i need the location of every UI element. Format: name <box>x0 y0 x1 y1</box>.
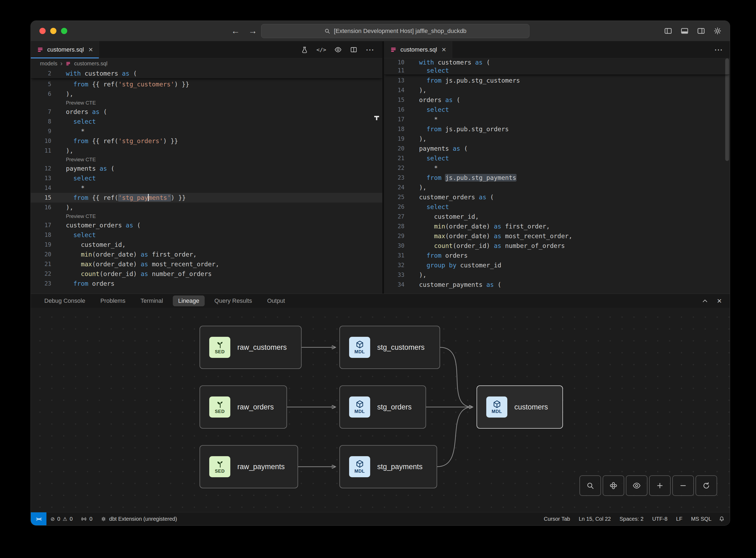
code-line[interactable]: 15orders as ( <box>384 95 730 105</box>
code-line[interactable]: 13 select <box>31 173 382 183</box>
code-line[interactable]: 21 max(order_date) as most_recent_order, <box>31 259 382 269</box>
code-line[interactable]: 20payments as ( <box>384 144 730 153</box>
maximize-panel-button[interactable] <box>701 297 709 305</box>
code-line[interactable]: 24), <box>384 183 730 192</box>
panel-tab-terminal[interactable]: Terminal <box>135 296 168 306</box>
panel-tab-lineage[interactable]: Lineage <box>173 296 205 306</box>
lineage-canvas[interactable]: SEDraw_customersMDLstg_customersSEDraw_o… <box>31 308 730 512</box>
close-window-button[interactable] <box>40 28 46 34</box>
dbt-extension-status[interactable]: dbt Extension (unregistered) <box>96 512 181 525</box>
command-center-search[interactable]: [Extension Development Host] jaffle_shop… <box>261 24 529 38</box>
close-tab-icon[interactable]: × <box>88 46 93 53</box>
more-actions-icon[interactable]: ⋯ <box>714 41 730 58</box>
panel-tab-problems[interactable]: Problems <box>95 296 131 306</box>
code-line[interactable]: 31 from orders <box>384 251 730 260</box>
code-line[interactable]: 16), <box>31 203 382 212</box>
lineage-node-stg_orders[interactable]: MDLstg_orders <box>339 385 426 429</box>
code-line[interactable]: 14 * <box>31 183 382 193</box>
fit-view-button[interactable] <box>603 475 624 496</box>
breadcrumb[interactable]: models › customers.sql <box>31 58 382 69</box>
code-line[interactable]: 9 * <box>31 126 382 136</box>
toggle-secondary-sidebar-icon[interactable] <box>697 27 705 35</box>
split-editor-icon[interactable] <box>350 46 358 53</box>
code-line[interactable]: 22 count(order_id) as number_of_orders <box>31 269 382 279</box>
code-line[interactable]: 18 select <box>31 230 382 240</box>
panel-tab-debug-console[interactable]: Debug Console <box>39 296 91 306</box>
remote-indicator[interactable]: >< <box>31 512 47 525</box>
code-line[interactable]: 11 select <box>384 67 730 75</box>
code-line[interactable]: 30 count(order_id) as number_of_orders <box>384 241 730 251</box>
search-button[interactable] <box>579 475 601 496</box>
code-line[interactable]: 23 from js.pub.stg_payments <box>384 173 730 183</box>
code-line[interactable]: 18 from js.pub.stg_orders <box>384 124 730 134</box>
code-line[interactable]: 27 customer_id, <box>384 212 730 222</box>
minimize-window-button[interactable] <box>50 28 56 34</box>
preview-button[interactable] <box>626 475 648 496</box>
lineage-node-stg_customers[interactable]: MDLstg_customers <box>339 326 440 369</box>
lineage-node-customers[interactable]: MDLcustomers <box>476 385 563 429</box>
code-line[interactable]: 11), <box>31 146 382 156</box>
ports-status[interactable]: 0 <box>77 512 96 525</box>
refresh-button[interactable] <box>696 475 717 496</box>
notifications-bell-button[interactable] <box>719 515 725 522</box>
code-line[interactable]: 5 from {{ ref('stg_customers') }} <box>31 79 382 89</box>
flask-icon[interactable] <box>301 46 308 53</box>
code-line[interactable]: 26 select <box>384 202 730 212</box>
code-line[interactable]: 16 select <box>384 105 730 115</box>
settings-gear-icon[interactable] <box>713 27 722 35</box>
close-tab-icon[interactable]: × <box>442 46 446 53</box>
compile-code-icon[interactable]: </> <box>316 47 326 53</box>
toggle-primary-sidebar-icon[interactable] <box>664 27 672 35</box>
forward-button[interactable]: → <box>249 26 257 36</box>
codelens-label[interactable]: Preview CTE <box>51 156 96 164</box>
tab-customers-sql-compiled[interactable]: customers.sql × <box>384 41 452 58</box>
breadcrumb-item-models[interactable]: models <box>40 60 57 67</box>
problems-status[interactable]: ⊘ 0 ⚠ 0 <box>47 512 77 525</box>
code-line[interactable]: 19 customer_id, <box>31 240 382 250</box>
fullscreen-window-button[interactable] <box>61 28 67 34</box>
status-item-ms-sql[interactable]: MS SQL <box>686 516 716 522</box>
code-line[interactable]: 23 from orders <box>31 279 382 288</box>
codelens-label[interactable]: Preview CTE <box>51 212 96 220</box>
status-item-utf-8[interactable]: UTF-8 <box>648 516 672 522</box>
codelens-preview-cte[interactable]: Preview CTE <box>31 212 382 220</box>
code-line[interactable]: 28 min(order_date) as first_order, <box>384 222 730 231</box>
code-line[interactable]: 14), <box>384 85 730 95</box>
status-item-ln-15-col-22[interactable]: Ln 15, Col 22 <box>574 516 615 522</box>
status-item-lf[interactable]: LF <box>672 516 686 522</box>
preview-eye-icon[interactable] <box>334 46 342 53</box>
code-line[interactable]: 17customer_orders as ( <box>31 220 382 230</box>
code-line[interactable]: 22 * <box>384 163 730 173</box>
code-line[interactable]: 33), <box>384 270 730 280</box>
breadcrumb-item-file[interactable]: customers.sql <box>74 60 107 67</box>
code-line[interactable]: 15 from {{ ref('stg_payments') }} <box>31 193 382 203</box>
code-line[interactable]: 29 max(order_date) as most_recent_order, <box>384 231 730 241</box>
more-actions-icon[interactable]: ⋯ <box>366 45 375 55</box>
code-line[interactable]: 34customer_payments as ( <box>384 280 730 289</box>
codelens-preview-cte[interactable]: Preview CTE <box>31 156 382 164</box>
codelens-preview-cte[interactable]: Preview CTE <box>31 99 382 107</box>
back-button[interactable]: ← <box>231 26 240 36</box>
toggle-panel-icon[interactable] <box>680 27 689 35</box>
lineage-node-raw_payments[interactable]: SEDraw_payments <box>200 445 298 488</box>
panel-tab-output[interactable]: Output <box>262 296 290 306</box>
status-item-cursor-tab[interactable]: Cursor Tab <box>540 516 574 522</box>
code-line[interactable]: 17 * <box>384 115 730 124</box>
code-line[interactable]: 25customer_orders as ( <box>384 192 730 202</box>
code-line[interactable]: 21 select <box>384 153 730 163</box>
code-line[interactable]: 7orders as ( <box>31 107 382 117</box>
close-panel-button[interactable]: × <box>717 297 722 305</box>
status-item-spaces-2[interactable]: Spaces: 2 <box>615 516 648 522</box>
tab-customers-sql-source[interactable]: customers.sql × <box>31 41 99 58</box>
code-line[interactable]: 19), <box>384 134 730 144</box>
code-line[interactable]: 20 min(order_date) as first_order, <box>31 250 382 259</box>
lineage-node-raw_orders[interactable]: SEDraw_orders <box>200 385 287 429</box>
code-line[interactable]: 13 from js.pub.stg_customers <box>384 76 730 85</box>
code-line[interactable]: 32 group by customer_id <box>384 260 730 270</box>
code-line[interactable]: 10with customers as ( <box>384 58 730 67</box>
code-line[interactable]: 8 select <box>31 117 382 126</box>
codelens-label[interactable]: Preview CTE <box>51 99 96 107</box>
code-line[interactable]: 2with customers as ( <box>31 69 382 79</box>
lineage-node-stg_payments[interactable]: MDLstg_payments <box>339 445 437 488</box>
code-line[interactable]: 10 from {{ ref('stg_orders') }} <box>31 136 382 146</box>
